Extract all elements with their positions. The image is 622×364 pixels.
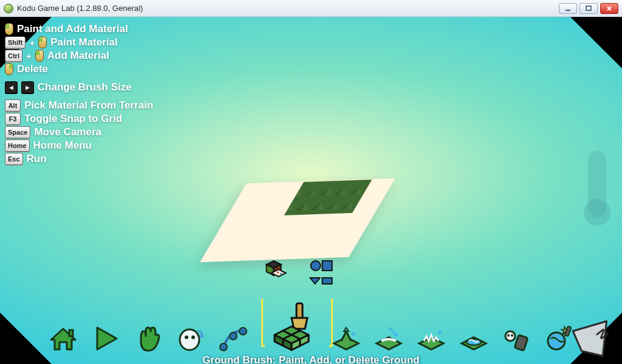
svg-point-9 (220, 343, 227, 351)
key-ctrl: Ctrl (5, 50, 22, 62)
help-row-snap: F3 Toggle Snap to Grid (5, 113, 153, 125)
toolbar-tooltip: Ground Brush: Paint, Add, or Delete Grou… (159, 354, 463, 364)
window-buttons (559, 3, 618, 14)
tool-object[interactable] (175, 323, 207, 354)
svg-rect-4 (69, 330, 73, 336)
plus-icon: + (29, 38, 35, 48)
help-row-add: Ctrl + Add Material (5, 50, 153, 62)
key-right-arrow: ► (21, 81, 34, 93)
help-row-run: Esc Run (5, 153, 153, 165)
svg-point-14 (311, 261, 321, 271)
help-row-paint-add: Paint and Add Material (5, 23, 153, 35)
key-shift: Shift (5, 36, 26, 49)
help-label: Pick Material From Terrain (24, 99, 153, 112)
svg-point-12 (277, 272, 279, 274)
tool-path[interactable] (217, 323, 249, 354)
help-overlay: Paint and Add Material Shift + Paint Mat… (5, 23, 153, 166)
tool-selected-wrap (262, 257, 317, 354)
help-label: Toggle Snap to Grid (24, 113, 122, 125)
svg-point-18 (394, 333, 398, 337)
help-row-pick: Alt Pick Material From Terrain (5, 99, 153, 112)
minimize-button[interactable] (559, 3, 577, 14)
help-row-paint: Shift + Paint Material (5, 36, 153, 49)
help-label: Delete (17, 63, 48, 75)
tool-terrain-rough[interactable] (415, 323, 447, 354)
help-label: Home Menu (33, 140, 92, 152)
help-label: Change Brush Size (38, 81, 132, 93)
vignette-corner (570, 17, 622, 69)
tool-water[interactable] (458, 323, 490, 354)
tool-terrain-flat[interactable] (373, 323, 405, 354)
svg-point-6 (185, 335, 188, 339)
plus-icon: + (26, 51, 32, 61)
help-row-camera: Space Move Camera (5, 126, 153, 138)
svg-rect-21 (514, 335, 528, 351)
svg-point-19 (438, 331, 442, 334)
svg-point-17 (352, 332, 355, 335)
key-left-arrow: ◄ (5, 81, 18, 93)
svg-point-7 (191, 335, 195, 339)
tool-play[interactable] (90, 323, 121, 354)
mouse-left-icon (5, 23, 13, 35)
key-space: Space (5, 126, 30, 138)
tool-home[interactable] (47, 323, 79, 354)
svg-point-20 (466, 339, 481, 345)
subtool-material-picker[interactable] (259, 257, 289, 286)
help-label: Paint Material (50, 36, 118, 49)
thermometer-gauge (588, 150, 606, 217)
svg-point-5 (180, 329, 199, 350)
tool-ground-brush[interactable] (262, 300, 317, 354)
close-button[interactable] (600, 3, 618, 14)
maximize-button[interactable] (579, 3, 598, 14)
help-label: Move Camera (34, 126, 101, 138)
key-esc: Esc (5, 153, 23, 165)
window-titlebar: Kodu Game Lab (1.2.88.0, General) (0, 0, 622, 17)
svg-point-13 (280, 273, 282, 275)
tool-hand[interactable] (132, 323, 164, 354)
mouse-right-icon (5, 63, 13, 75)
svg-rect-16 (296, 303, 302, 319)
svg-point-23 (507, 334, 510, 337)
svg-point-24 (511, 334, 513, 337)
svg-rect-15 (323, 261, 332, 271)
tool-erase[interactable] (501, 323, 532, 354)
app-icon (4, 4, 13, 13)
svg-point-11 (239, 328, 247, 335)
compass[interactable]: N (570, 312, 618, 360)
bottom-toolbar (0, 257, 622, 354)
help-row-home: Home Home Menu (5, 140, 153, 152)
key-home: Home (5, 140, 30, 152)
subtool-brush-shape-picker[interactable] (307, 257, 336, 286)
help-row-brush-size: ◄ ► Change Brush Size (5, 81, 153, 93)
key-f3: F3 (5, 113, 21, 125)
mouse-left-icon (35, 50, 44, 62)
help-label: Add Material (47, 50, 109, 62)
svg-point-22 (505, 331, 515, 341)
svg-rect-1 (586, 6, 591, 10)
mouse-left-icon (38, 36, 47, 49)
window-title: Kodu Game Lab (1.2.88.0, General) (17, 4, 143, 13)
svg-point-10 (230, 332, 237, 340)
help-label: Run (27, 153, 47, 165)
help-label: Paint and Add Material (17, 23, 128, 35)
subtool-row (259, 257, 336, 286)
tool-terrain-up[interactable] (330, 323, 362, 354)
svg-point-8 (200, 334, 203, 338)
key-alt: Alt (5, 99, 21, 112)
help-row-delete: Delete (5, 63, 153, 75)
game-viewport[interactable]: Paint and Add Material Shift + Paint Mat… (0, 17, 622, 364)
